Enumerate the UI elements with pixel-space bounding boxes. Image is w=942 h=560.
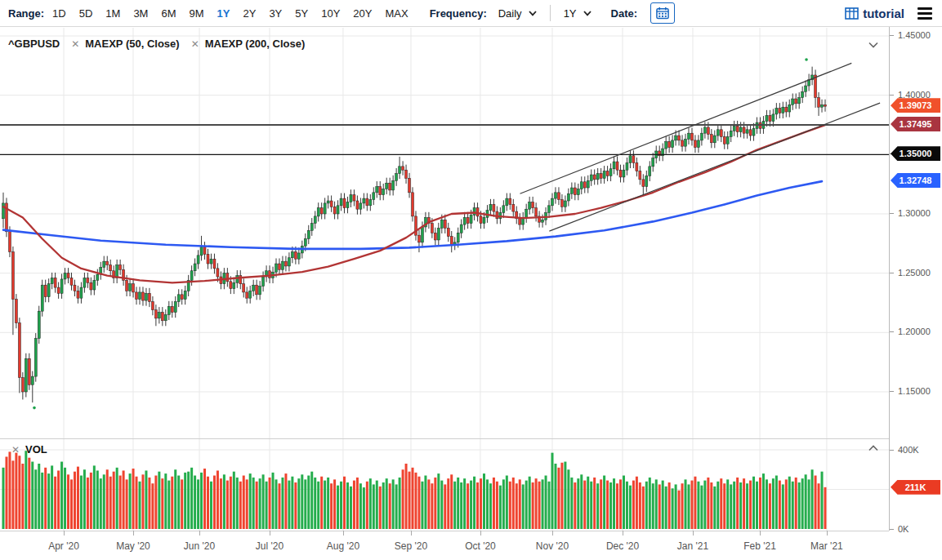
collapse-price-pane-icon[interactable] bbox=[868, 42, 879, 48]
symbol-label: ^GBPUSD bbox=[8, 38, 60, 50]
time-axis-tick bbox=[64, 531, 65, 536]
time-axis-label: Nov '20 bbox=[524, 540, 581, 552]
time-axis-tick bbox=[343, 531, 344, 536]
date-picker-button[interactable] bbox=[650, 2, 675, 24]
price-badge: 1.37495 bbox=[891, 117, 940, 131]
price-chart[interactable] bbox=[0, 28, 889, 438]
time-axis-label: Feb '21 bbox=[731, 540, 788, 552]
range-option-5d[interactable]: 5D bbox=[79, 7, 93, 20]
brand-logo[interactable]: tutorial bbox=[845, 7, 904, 20]
axis-tick bbox=[890, 450, 894, 451]
range-option-3m[interactable]: 3M bbox=[133, 7, 148, 20]
indicator-label-1: MAEXP (200, Close) bbox=[205, 38, 306, 50]
trading-chart-app: Range: 1D5D1M3M6M9M1Y2Y3Y5Y10Y20YMAX Fre… bbox=[0, 0, 942, 560]
time-axis-tick bbox=[480, 531, 481, 536]
time-axis-tick bbox=[693, 531, 694, 536]
period-dropdown[interactable]: 1Y bbox=[560, 6, 595, 21]
price-axis-label: 1.15000 bbox=[898, 386, 942, 396]
indicator-chip: ✕MAEXP (50, Close) bbox=[71, 38, 179, 50]
frequency-dropdown[interactable]: Daily bbox=[495, 6, 540, 21]
price-axis-label: 1.45000 bbox=[898, 30, 942, 40]
volume-chart[interactable] bbox=[0, 438, 889, 531]
frequency-value: Daily bbox=[498, 7, 522, 20]
brand-grid-icon bbox=[845, 7, 859, 20]
toolbar-divider bbox=[550, 5, 551, 21]
time-axis-tick bbox=[623, 531, 623, 536]
range-option-9m[interactable]: 9M bbox=[190, 7, 204, 20]
range-option-20y[interactable]: 20Y bbox=[353, 7, 372, 20]
price-badge: 1.39073 bbox=[891, 98, 940, 113]
menu-icon[interactable] bbox=[916, 3, 934, 24]
price-axis-label: 1.25000 bbox=[898, 268, 942, 278]
volume-badge: 211K bbox=[891, 480, 940, 495]
range-option-max[interactable]: MAX bbox=[385, 7, 408, 20]
time-axis: Apr '20May '20Jun '20Jul '20Aug '20Sep '… bbox=[0, 531, 889, 560]
time-axis-label: Mar '21 bbox=[798, 540, 855, 552]
remove-indicator-icon[interactable]: ✕ bbox=[191, 38, 199, 50]
brand-name: tutorial bbox=[863, 7, 904, 20]
range-option-2y[interactable]: 2Y bbox=[243, 7, 256, 20]
time-axis-label: May '20 bbox=[105, 540, 162, 552]
volume-axis-label: 400K bbox=[898, 445, 942, 455]
time-axis-label: Jul '20 bbox=[241, 540, 298, 552]
time-axis-tick bbox=[199, 531, 200, 536]
range-option-1m[interactable]: 1M bbox=[105, 7, 120, 20]
time-axis-tick bbox=[552, 531, 553, 536]
time-axis-label: Jan '21 bbox=[664, 540, 721, 552]
price-axis-label: 1.20000 bbox=[898, 327, 942, 336]
axis-tick bbox=[890, 331, 894, 332]
range-option-3y[interactable]: 3Y bbox=[269, 7, 282, 20]
chevron-down-icon bbox=[529, 11, 537, 16]
pane-separator bbox=[0, 438, 889, 439]
indicator-chip: ✕MAEXP (200, Close) bbox=[191, 38, 306, 50]
date-label: Date: bbox=[611, 7, 638, 20]
chart-area: ^GBPUSD ✕MAEXP (50, Close)✕MAEXP (200, C… bbox=[0, 27, 942, 560]
remove-indicator-icon[interactable]: ✕ bbox=[71, 38, 79, 50]
time-axis-tick bbox=[411, 531, 412, 536]
time-axis-tick bbox=[760, 531, 761, 536]
chevron-down-icon bbox=[583, 11, 592, 16]
price-badge: 1.32748 bbox=[891, 173, 940, 188]
range-option-6m[interactable]: 6M bbox=[161, 7, 176, 20]
axis-tick bbox=[890, 95, 894, 96]
chart-legend: ^GBPUSD ✕MAEXP (50, Close)✕MAEXP (200, C… bbox=[8, 38, 305, 50]
range-option-1y[interactable]: 1Y bbox=[217, 7, 230, 20]
price-badge: 1.35000 bbox=[891, 146, 940, 161]
volume-axis-label: 0K bbox=[898, 524, 942, 534]
time-axis-tick bbox=[270, 531, 270, 536]
calendar-icon bbox=[656, 7, 669, 20]
volume-label: VOL bbox=[25, 443, 47, 456]
frequency-label: Frequency: bbox=[430, 7, 487, 20]
axis-tick bbox=[890, 391, 894, 392]
time-axis-label: Jun '20 bbox=[171, 540, 228, 552]
period-value: 1Y bbox=[564, 7, 577, 20]
toolbar: Range: 1D5D1M3M6M9M1Y2Y3Y5Y10Y20YMAX Fre… bbox=[0, 0, 942, 27]
expand-volume-pane-icon[interactable] bbox=[868, 445, 879, 451]
time-axis-label: Aug '20 bbox=[315, 540, 372, 552]
time-axis-label: Oct '20 bbox=[452, 540, 509, 552]
range-option-10y[interactable]: 10Y bbox=[321, 7, 340, 20]
indicator-label-0: MAEXP (50, Close) bbox=[85, 38, 179, 50]
volume-legend: ✕ VOL bbox=[11, 443, 47, 456]
axis-tick bbox=[890, 529, 894, 530]
axis-tick bbox=[890, 35, 894, 36]
remove-volume-icon[interactable]: ✕ bbox=[11, 444, 20, 456]
range-label: Range: bbox=[8, 7, 44, 20]
time-axis-label: Apr '20 bbox=[35, 540, 92, 552]
time-axis-tick bbox=[133, 531, 134, 536]
price-axis-label: 1.30000 bbox=[898, 208, 942, 218]
axis-tick bbox=[890, 273, 894, 273]
axis-tick bbox=[890, 213, 894, 214]
price-axis: 1.450001.400001.350001.300001.250001.200… bbox=[890, 27, 942, 560]
price-axis-label: 1.40000 bbox=[898, 90, 942, 100]
range-selector: 1D5D1M3M6M9M1Y2Y3Y5Y10Y20YMAX bbox=[52, 7, 408, 20]
time-axis-label: Dec '20 bbox=[594, 540, 651, 552]
time-axis-tick bbox=[827, 531, 828, 536]
range-option-5y[interactable]: 5Y bbox=[295, 7, 308, 20]
range-option-1d[interactable]: 1D bbox=[52, 7, 66, 20]
time-axis-label: Sep '20 bbox=[382, 540, 440, 552]
